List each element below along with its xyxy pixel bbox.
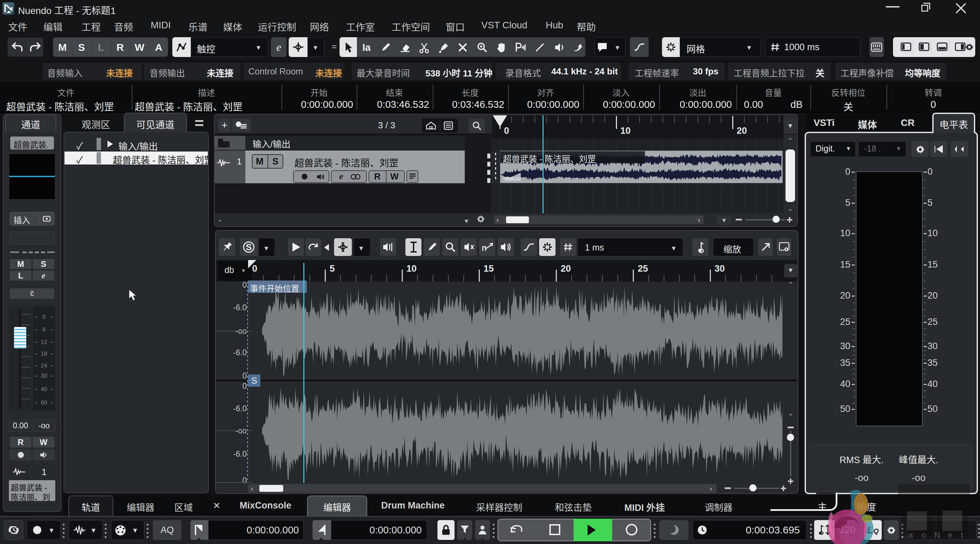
svg-text:t: t [961,530,963,539]
svg-text:a: a [908,530,913,539]
svg-text:N: N [934,530,940,539]
svg-text:o: o [921,530,926,539]
svg-text:e: e [948,530,952,539]
